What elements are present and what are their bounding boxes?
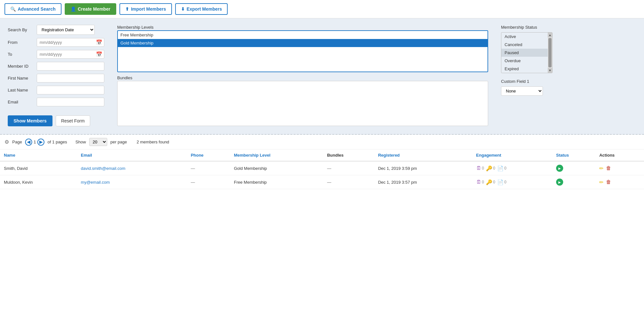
first-name-row: First Name: [8, 74, 104, 82]
cell-engagement-1: 🗓 0 🔑 0 📄 0: [472, 175, 552, 189]
cell-membership-level-0: Gold Membership: [230, 161, 323, 175]
search-by-select[interactable]: Registration Date Expiration Date: [37, 25, 95, 35]
cell-status-1: ▶: [552, 175, 595, 189]
export-members-label: Export Members: [187, 6, 222, 12]
create-member-button[interactable]: 👤 Create Member: [65, 3, 116, 15]
next-page-button[interactable]: ▶: [37, 139, 44, 146]
cell-actions-1: ✏ 🗑: [595, 175, 644, 189]
status-overdue[interactable]: Overdue: [501, 57, 548, 65]
cell-engagement-0: 🗓 0 🔑 0 📄 0: [472, 161, 552, 175]
first-name-input[interactable]: [37, 74, 104, 82]
delete-button-0[interactable]: 🗑: [606, 165, 611, 171]
search-panel: Search By Registration Date Expiration D…: [0, 18, 644, 135]
membership-levels-listbox[interactable]: Free Membership Gold Membership: [117, 30, 488, 72]
edit-button-1[interactable]: ✏: [599, 179, 603, 185]
table-row: Smith, David david.smith@email.com — Gol…: [0, 161, 644, 175]
to-row: To 📅: [8, 50, 104, 59]
members-found: 2 members found: [137, 140, 169, 144]
person-icon: 👤: [71, 6, 76, 12]
to-calendar-icon[interactable]: 📅: [96, 51, 102, 57]
create-member-label: Create Member: [78, 6, 110, 12]
download-icon: ⬇: [181, 6, 185, 12]
import-members-button[interactable]: ⬆ Import Members: [119, 3, 172, 15]
to-date-wrapper: 📅: [37, 50, 104, 59]
col-bundles: Bundles: [323, 150, 374, 161]
calendar-icon[interactable]: 🗓: [476, 179, 481, 185]
to-label: To: [8, 52, 33, 57]
page-label: Page: [12, 140, 22, 144]
cell-email-1[interactable]: my@email.com: [77, 175, 187, 189]
col-membership-level: Membership Level: [230, 150, 323, 161]
bundles-section: Bundles: [117, 75, 488, 126]
bundles-listbox[interactable]: [117, 81, 488, 126]
status-play-button-0[interactable]: ▶: [556, 165, 563, 172]
col-actions: Actions: [595, 150, 644, 161]
membership-levels-label: Membership Levels: [117, 25, 488, 30]
level-free-membership[interactable]: Free Membership: [118, 31, 488, 39]
cell-actions-0: ✏ 🗑: [595, 161, 644, 175]
gear-icon[interactable]: ⚙: [5, 139, 9, 145]
status-canceled[interactable]: Canceled: [501, 41, 548, 49]
cell-registered-1: Dec 1, 2019 3:57 pm: [374, 175, 472, 189]
scroll-down-arrow[interactable]: ▼: [548, 68, 552, 73]
key-icon[interactable]: 🔑: [486, 165, 492, 171]
cell-email-0[interactable]: david.smith@email.com: [77, 161, 187, 175]
membership-status-listbox[interactable]: Active Canceled Paused Overdue Expired ▲…: [501, 32, 553, 73]
edit-button-0[interactable]: ✏: [599, 165, 603, 171]
level-gold-membership[interactable]: Gold Membership: [118, 39, 488, 47]
status-active[interactable]: Active: [501, 33, 548, 41]
key-icon[interactable]: 🔑: [486, 179, 492, 185]
scroll-thumb[interactable]: [548, 38, 552, 67]
of-pages: of 1 pages: [48, 140, 67, 144]
prev-page-button[interactable]: ◀: [25, 139, 32, 146]
to-date-input[interactable]: [37, 50, 104, 59]
from-calendar-icon[interactable]: 📅: [96, 39, 102, 45]
last-name-input[interactable]: [37, 86, 104, 94]
show-members-button[interactable]: Show Members: [8, 115, 52, 126]
from-date-input[interactable]: [37, 38, 104, 47]
middle-search-fields: Membership Levels Free Membership Gold M…: [117, 25, 488, 126]
cal-count: 0: [482, 180, 484, 184]
col-engagement: Engagement: [472, 150, 552, 161]
delete-button-1[interactable]: 🗑: [606, 179, 611, 185]
pagination-bar: ⚙ Page ◀ 1 ▶ of 1 pages Show 20 50 100 p…: [0, 135, 644, 150]
scroll-up-arrow[interactable]: ▲: [548, 33, 552, 37]
cell-status-0: ▶: [552, 161, 595, 175]
custom-field-section: Custom Field 1 None: [501, 79, 636, 96]
doc-icon[interactable]: 📄: [497, 165, 504, 171]
membership-status-label: Membership Status: [501, 25, 636, 30]
email-input[interactable]: [37, 98, 104, 106]
member-id-label: Member ID: [8, 64, 33, 69]
cell-registered-0: Dec 1, 2019 3:59 pm: [374, 161, 472, 175]
doc-icon[interactable]: 📄: [497, 179, 504, 185]
member-id-input[interactable]: [37, 62, 104, 71]
advanced-search-button[interactable]: 🔍 Advanced Search: [5, 3, 62, 15]
col-phone: Phone: [187, 150, 230, 161]
from-label: From: [8, 40, 33, 45]
cell-bundles-1: —: [323, 175, 374, 189]
status-play-button-1[interactable]: ▶: [556, 179, 563, 186]
advanced-search-label: Advanced Search: [18, 6, 56, 12]
status-scrollbar: ▲ ▼: [548, 33, 552, 73]
cell-name-0: Smith, David: [0, 161, 77, 175]
col-email: Email: [77, 150, 187, 161]
export-members-button[interactable]: ⬇ Export Members: [175, 3, 228, 15]
last-name-label: Last Name: [8, 88, 33, 92]
custom-field-1-select[interactable]: None: [501, 86, 543, 96]
cell-bundles-0: —: [323, 161, 374, 175]
membership-status-section: Membership Status Active Canceled Paused…: [501, 25, 636, 73]
status-expired[interactable]: Expired: [501, 65, 548, 73]
col-registered: Registered: [374, 150, 472, 161]
reset-form-button[interactable]: Reset Form: [56, 115, 90, 126]
key-count: 0: [493, 180, 495, 184]
upload-icon: ⬆: [125, 6, 129, 12]
calendar-icon[interactable]: 🗓: [476, 165, 481, 171]
status-paused[interactable]: Paused: [501, 49, 548, 57]
col-status: Status: [552, 150, 595, 161]
col-name: Name: [0, 150, 77, 161]
per-page-select[interactable]: 20 50 100: [89, 138, 107, 146]
cell-phone-1: —: [187, 175, 230, 189]
cell-name-1: Muldoon, Kevin: [0, 175, 77, 189]
from-date-wrapper: 📅: [37, 38, 104, 47]
toolbar: 🔍 Advanced Search 👤 Create Member ⬆ Impo…: [0, 0, 644, 18]
